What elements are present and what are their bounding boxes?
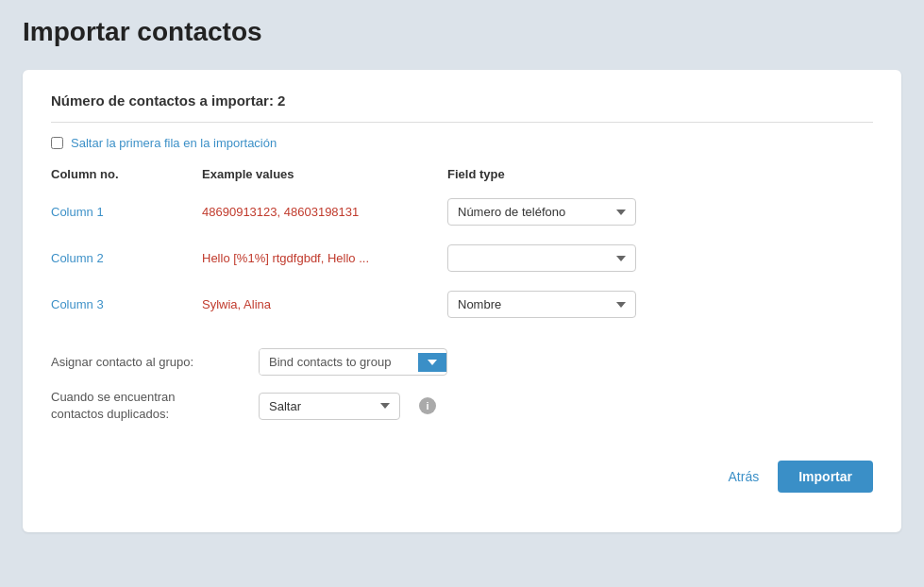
column-1-name: Column 1 <box>51 205 202 219</box>
assign-group-value: Bind contacts to group <box>260 349 418 375</box>
page-header: Importar contactos <box>0 0 924 60</box>
duplicates-select[interactable]: Saltar Actualizar Ignorar <box>259 393 400 420</box>
col-header-type: Field type <box>447 167 674 181</box>
divider <box>51 122 873 123</box>
table-row: Column 1 48690913123, 48603198131 Número… <box>51 189 873 235</box>
import-button[interactable]: Importar <box>778 461 873 493</box>
column-1-field[interactable]: Número de teléfono Nombre Email <box>447 198 674 226</box>
page-title: Importar contactos <box>23 17 901 47</box>
assign-group-select-wrapper[interactable]: Bind contacts to group <box>259 348 447 376</box>
assign-group-label: Asignar contacto al grupo: <box>51 355 240 369</box>
table-row: Column 2 Hello [%1%] rtgdfgbdf, Hello ..… <box>51 235 873 281</box>
col-header-no: Column no. <box>51 167 202 181</box>
assign-group-dropdown-arrow[interactable] <box>418 353 446 372</box>
info-icon[interactable]: i <box>419 397 436 414</box>
back-button[interactable]: Atrás <box>725 461 764 492</box>
skip-row-checkbox[interactable] <box>51 137 63 149</box>
skip-row-label[interactable]: Saltar la primera fila en la importación <box>51 136 873 150</box>
table-header: Column no. Example values Field type <box>51 167 873 183</box>
duplicates-row: Cuando se encuentrancontactos duplicados… <box>51 389 873 423</box>
col-header-values: Example values <box>202 167 447 181</box>
column-3-values: Sylwia, Alina <box>202 297 447 311</box>
page-content: Número de contactos a importar: 2 Saltar… <box>0 60 924 555</box>
contacts-count: Número de contactos a importar: 2 <box>51 92 873 109</box>
duplicates-label: Cuando se encuentrancontactos duplicados… <box>51 389 240 423</box>
column-2-field[interactable]: Número de teléfono Nombre Email <box>447 244 674 272</box>
assign-group-row: Asignar contacto al grupo: Bind contacts… <box>51 348 873 376</box>
card-footer: Atrás Importar <box>51 461 873 493</box>
column-2-values: Hello [%1%] rtgdfgbdf, Hello ... <box>202 251 447 265</box>
skip-row-text: Saltar la primera fila en la importación <box>71 136 277 150</box>
table-row: Column 3 Sylwia, Alina Nombre Número de … <box>51 281 873 327</box>
column-1-select[interactable]: Número de teléfono Nombre Email <box>447 198 636 226</box>
form-section: Asignar contacto al grupo: Bind contacts… <box>51 348 873 423</box>
column-2-select[interactable]: Número de teléfono Nombre Email <box>447 244 636 272</box>
main-card: Número de contactos a importar: 2 Saltar… <box>23 70 901 532</box>
column-3-select[interactable]: Nombre Número de teléfono Email <box>447 291 636 318</box>
column-3-field[interactable]: Nombre Número de teléfono Email <box>447 291 674 318</box>
column-2-name: Column 2 <box>51 251 202 265</box>
column-3-name: Column 3 <box>51 297 202 311</box>
column-1-values: 48690913123, 48603198131 <box>202 205 447 219</box>
